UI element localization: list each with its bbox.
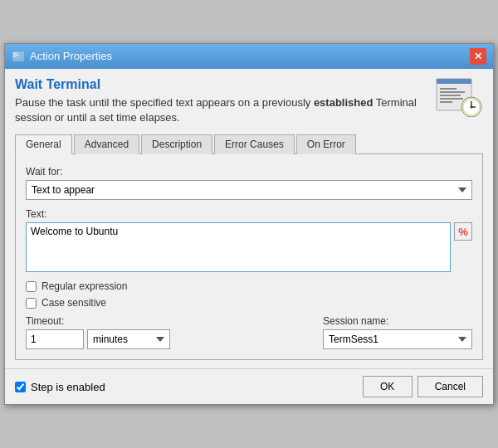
- minutes-select[interactable]: seconds minutes hours: [87, 329, 170, 349]
- text-group: Text: Welcome to Ubuntu %: [26, 208, 472, 272]
- tab-advanced[interactable]: Advanced: [74, 134, 139, 154]
- case-sensitive-checkbox[interactable]: [26, 298, 37, 309]
- timeout-group: Timeout: seconds minutes hours: [26, 315, 170, 349]
- tabs: General Advanced Description Error Cause…: [15, 134, 483, 154]
- footer: Step is enabled OK Cancel: [5, 368, 493, 404]
- desc-text-1: Pause the task until the specified text …: [15, 96, 314, 109]
- wait-for-group: Wait for: Text to appear Text to disappe…: [26, 166, 472, 200]
- step-enabled-label[interactable]: Step is enabled: [31, 381, 105, 393]
- tab-description[interactable]: Description: [141, 134, 212, 154]
- tab-content-general: Wait for: Text to appear Text to disappe…: [15, 154, 483, 360]
- svg-rect-9: [440, 98, 463, 100]
- ok-button[interactable]: OK: [363, 376, 413, 397]
- window-body: Wait Terminal Pause the task until the s…: [5, 69, 493, 368]
- svg-rect-3: [13, 56, 17, 57]
- svg-point-15: [471, 105, 473, 108]
- session-name-group: Session name: TermSess1: [323, 315, 472, 349]
- cancel-button[interactable]: Cancel: [417, 376, 483, 397]
- case-sensitive-label[interactable]: Case sensitive: [42, 297, 106, 309]
- title-bar: Action Properties ✕: [5, 44, 493, 69]
- header-description: Pause the task until the specified text …: [15, 95, 427, 125]
- desc-bold: established: [314, 96, 374, 109]
- text-label: Text:: [26, 208, 472, 220]
- svg-rect-2: [13, 55, 19, 56]
- header-title: Wait Terminal: [15, 77, 427, 92]
- timeout-label: Timeout:: [26, 315, 170, 327]
- svg-rect-10: [440, 101, 452, 103]
- wait-for-label: Wait for:: [26, 166, 472, 178]
- tab-on-error[interactable]: On Error: [296, 134, 356, 154]
- svg-rect-1: [13, 53, 17, 54]
- text-area-wrapper: Welcome to Ubuntu %: [26, 222, 472, 272]
- window-title: Action Properties: [30, 50, 112, 62]
- percent-button[interactable]: %: [454, 222, 472, 241]
- timeout-session-row: Timeout: seconds minutes hours Session n…: [26, 315, 472, 349]
- step-enabled-group: Step is enabled: [15, 381, 105, 393]
- regular-expression-checkbox[interactable]: [26, 281, 37, 292]
- svg-rect-7: [440, 91, 465, 93]
- action-properties-window: Action Properties ✕ Wait Terminal Pause …: [4, 43, 494, 405]
- session-name-label: Session name:: [323, 315, 472, 327]
- regular-expression-label[interactable]: Regular expression: [42, 280, 127, 292]
- app-icon: [12, 50, 25, 63]
- step-enabled-checkbox[interactable]: [15, 382, 26, 392]
- session-name-select[interactable]: TermSess1: [323, 329, 472, 349]
- terminal-icon: [435, 77, 483, 117]
- tab-error-causes[interactable]: Error Causes: [214, 134, 295, 154]
- text-input[interactable]: Welcome to Ubuntu: [26, 222, 451, 272]
- close-button[interactable]: ✕: [470, 48, 486, 65]
- regular-expression-group: Regular expression: [26, 280, 472, 292]
- wait-for-select[interactable]: Text to appear Text to disappear: [26, 180, 472, 200]
- header-text: Wait Terminal Pause the task until the s…: [15, 77, 427, 125]
- title-bar-left: Action Properties: [12, 50, 112, 63]
- case-sensitive-group: Case sensitive: [26, 297, 472, 309]
- header-section: Wait Terminal Pause the task until the s…: [15, 77, 483, 125]
- footer-buttons: OK Cancel: [363, 376, 483, 397]
- svg-rect-5: [437, 79, 471, 84]
- svg-rect-8: [440, 95, 461, 96]
- tab-general[interactable]: General: [15, 134, 72, 154]
- timeout-input[interactable]: [26, 329, 84, 349]
- svg-rect-6: [440, 88, 456, 90]
